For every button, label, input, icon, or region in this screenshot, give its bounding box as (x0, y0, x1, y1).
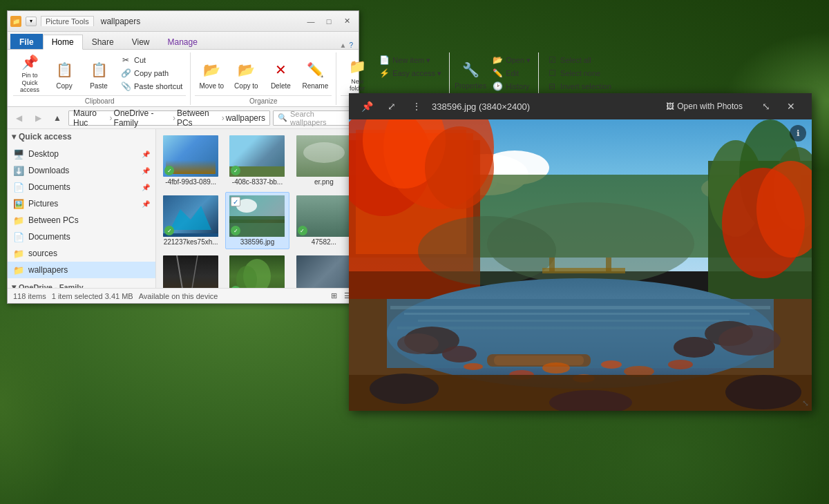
picture-tools-tab[interactable]: Picture Tools (41, 16, 94, 26)
help-button[interactable]: ? (349, 41, 353, 49)
paste-shortcut-button[interactable]: 📎 Paste shortcut (117, 80, 186, 93)
file-item[interactable]: ABOP... (292, 252, 356, 288)
invert-selection-button[interactable]: ⊟ Invert selection (543, 80, 615, 93)
search-icon: 🔍 (278, 113, 287, 122)
svg-point-23 (425, 126, 494, 209)
address-segment-3: Between PCs (177, 108, 220, 128)
select-small-btns: ☑ Select all ☐ Select none ⊟ Invert sele… (543, 54, 615, 93)
pv-title-controls: ⤡ ✕ (754, 93, 803, 119)
file-thumbnail: ✓ (163, 195, 218, 237)
search-bar[interactable]: 🔍 Search wallpapers (273, 110, 356, 126)
copy-to-button[interactable]: 📂 Copy to (229, 54, 263, 94)
explorer-main: ▾ Quick access 🖥️ Desktop 📌 ⬇️ Downloads… (8, 129, 359, 288)
sidebar-item-label: Documents (28, 232, 70, 242)
title-bar: 📁 ▾ Picture Tools wallpapers — □ ✕ (8, 11, 359, 32)
photo-viewer-window: 📌 ⤢ ⋮ 338596.jpg (3840×2400) 🖼 Open with… (349, 93, 812, 411)
new-item-button[interactable]: 📄 New item ▾ (375, 54, 445, 66)
properties-icon: 🔧 (459, 59, 482, 81)
select-all-button[interactable]: ☑ Select all (543, 54, 615, 66)
pv-pin-button[interactable]: 📌 (357, 97, 377, 116)
qab-arrow[interactable]: ▾ (26, 17, 37, 26)
move-to-button[interactable]: 📂 Move to (195, 54, 228, 94)
svg-rect-55 (549, 258, 555, 271)
explorer-icon: 📁 (10, 16, 21, 27)
maximize-button[interactable]: □ (320, 12, 338, 30)
new-item-icon: 📄 (379, 55, 390, 66)
documents-icon: 📄 (13, 182, 24, 193)
svg-point-42 (442, 346, 477, 362)
file-item[interactable]: ✓ 221237kes75xh... (159, 192, 222, 249)
pv-resize-handle[interactable]: ⤡ (802, 398, 809, 408)
sidebar-item-downloads[interactable]: ⬇️ Downloads 📌 (8, 162, 155, 179)
file-item[interactable]: ✓ abba3f36-8021... (225, 252, 289, 288)
tab-view[interactable]: View (123, 34, 159, 49)
sidebar-item-desktop[interactable]: 🖥️ Desktop 📌 (8, 146, 155, 162)
svg-point-46 (601, 360, 622, 369)
history-button[interactable]: 🕑 History (488, 80, 534, 93)
tab-share[interactable]: Share (83, 34, 123, 49)
sidebar-item-label: sources (28, 249, 57, 258)
select-none-button[interactable]: ☐ Select none (543, 67, 615, 79)
open-with-photos-button[interactable]: 🖼 Open with Photos (660, 99, 748, 114)
quick-access-header[interactable]: ▾ Quick access (8, 129, 155, 144)
file-item[interactable]: ✓ -408c-8337-bb... (225, 132, 289, 189)
file-item[interactable]: ✓ -4fbf-99d3-089... (159, 132, 222, 189)
tab-manage[interactable]: Manage (159, 34, 207, 49)
item-count: 118 items (13, 292, 46, 300)
sidebar-item-label: Pictures (28, 199, 58, 209)
edit-button[interactable]: ✏️ Edit (488, 67, 534, 79)
pin-indicator: 📌 (142, 167, 150, 175)
pv-options-button[interactable]: ⋮ (407, 97, 426, 116)
forward-button[interactable]: ▶ (30, 110, 46, 126)
file-thumbnail: ✓ (229, 135, 285, 177)
desktop-icon: 🖥️ (13, 148, 24, 159)
cut-icon: ✂ (120, 55, 131, 66)
cut-button[interactable]: ✂ Cut (117, 54, 186, 66)
file-item[interactable]: er.png (292, 132, 356, 189)
tab-home[interactable]: Home (43, 35, 83, 50)
pv-fit-button[interactable]: ⤢ (382, 97, 401, 116)
pin-to-quick-access-button[interactable]: 📌 Pin to Quick access (13, 54, 46, 94)
pv-close-button[interactable]: ✕ (779, 93, 803, 119)
file-name: -408c-8337-bb... (232, 178, 283, 186)
pv-info-button[interactable]: ℹ (790, 125, 806, 142)
sidebar-item-pictures[interactable]: 🖼️ Pictures 📌 (8, 195, 155, 212)
svg-point-29 (418, 216, 556, 285)
sidebar-item-wallpapers[interactable]: 📁 wallpapers (8, 262, 155, 278)
rename-icon: ✏️ (304, 59, 326, 81)
title-controls: — □ ✕ (302, 12, 356, 30)
copy-button[interactable]: 📋 Copy (48, 54, 81, 94)
delete-button[interactable]: ✕ Delete (264, 54, 297, 94)
rename-button[interactable]: ✏️ Rename (298, 54, 332, 94)
pv-external-button[interactable]: ⤡ (754, 93, 779, 119)
sidebar-item-label: Downloads (28, 166, 69, 175)
easy-access-button[interactable]: ⚡ Easy access ▾ (375, 67, 445, 79)
window-title: wallpapers (101, 17, 140, 26)
wallpapers-icon: 📁 (13, 264, 24, 275)
file-item-selected[interactable]: ✓ ✓ 338596.jpg (225, 192, 289, 249)
large-icons-button[interactable]: ⊞ (328, 291, 339, 302)
file-item[interactable]: ✓ 47582... (292, 192, 356, 249)
back-button[interactable]: ◀ (10, 110, 27, 126)
open-button[interactable]: 📂 Open ▾ (488, 54, 534, 66)
file-item[interactable]: aakjroeer.png (159, 252, 222, 288)
close-button[interactable]: ✕ (338, 12, 356, 30)
properties-button[interactable]: 🔧 Properties (454, 54, 487, 94)
sidebar-item-documents-2[interactable]: 📄 Documents (8, 229, 155, 245)
sidebar-item-sources[interactable]: 📁 sources (8, 245, 155, 262)
organize-group: 📂 Move to 📂 Copy to ✕ Delete ✏️ Rename O… (192, 52, 336, 105)
svg-rect-56 (606, 258, 611, 271)
up-button[interactable]: ▲ (49, 110, 66, 126)
sidebar-item-documents[interactable]: 📄 Documents 📌 (8, 179, 155, 195)
copy-path-button[interactable]: 🔗 Copy path (117, 67, 186, 79)
minimize-button[interactable]: — (302, 12, 320, 30)
onedrive-header[interactable]: ▾ OneDrive - Family (8, 280, 155, 288)
svg-point-41 (674, 337, 715, 358)
file-name: -4fbf-99d3-089... (165, 178, 216, 186)
paste-button[interactable]: 📋 Paste (82, 54, 115, 94)
new-small-btns: 📄 New item ▾ ⚡ Easy access ▾ (375, 54, 445, 79)
new-folder-button[interactable]: 📁 New folder (341, 54, 374, 94)
address-bar[interactable]: Mauro Huc › OneDrive - Family › Between … (68, 110, 270, 126)
tab-file[interactable]: File (10, 34, 43, 49)
sidebar-item-between-pcs[interactable]: 📁 Between PCs (8, 212, 155, 229)
